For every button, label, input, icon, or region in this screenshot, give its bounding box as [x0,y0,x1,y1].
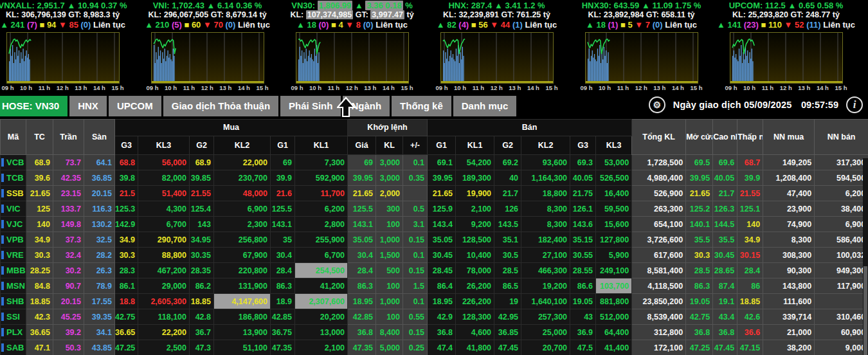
cell-open[interactable]: 140.1 [686,217,713,232]
cell-ask1-price[interactable]: 42.9 [428,309,456,325]
cell-foreign-sell[interactable]: 60,900 [815,325,868,340]
cell-bid1-vol[interactable]: 11,700 [295,186,348,201]
cell-ask1-price[interactable]: 30.45 [428,248,456,263]
cell-ask1-vol[interactable]: 4,600 [456,325,494,340]
gear-icon[interactable]: ⚙ [649,96,665,113]
index-panel-hnx30[interactable]: HNX30: 643.59 ▲ 11.09 1.75 %KL: 23,892,9… [569,0,714,92]
cell-open[interactable]: 35.5 [686,232,713,248]
cell-ask1-price[interactable]: 18.95 [428,294,456,309]
cell-ask2-vol[interactable]: 1,640,100 [521,294,570,309]
cell-ceiling[interactable]: 37.3 [53,232,84,248]
cell-open[interactable]: 69.5 [686,155,713,170]
cell-ask2-price[interactable]: 19 [494,294,521,309]
cell-ask1-vol[interactable]: 226,200 [456,294,494,309]
cell-open[interactable]: 30.3 [686,248,713,263]
cell-bid3-price[interactable]: 30.3 [115,248,138,263]
cell-floor[interactable]: 64.1 [84,155,115,170]
cell-bid1-price[interactable]: 21.6 [271,186,295,201]
cell-open[interactable]: 86.3 [686,278,713,294]
cell-ask2-price[interactable]: 126 [494,201,521,217]
cell-ask3-price[interactable]: 143.6 [570,217,596,232]
cell-ask3-vol[interactable]: 59,500 [596,201,632,217]
cell-ask2-vol[interactable]: 8,300 [521,201,570,217]
cell-bid1-price[interactable]: 18.9 [271,294,295,309]
tab-hnx[interactable]: HNX [69,96,107,116]
cell-ask3-vol[interactable]: 53,000 [596,155,632,170]
cell-match-price[interactable]: 86.3 [348,278,376,294]
cell-foreign-buy[interactable]: 21,000 [763,325,815,340]
cell-foreign-buy[interactable]: 143,800 [763,278,815,294]
cell-bid3-price[interactable]: 142.9 [115,217,138,232]
cell-ask2-vol[interactable]: 466,300 [521,263,570,278]
cell-bid1-price[interactable]: 69 [271,155,295,170]
col-header-low[interactable]: Thấp nhất [737,120,763,155]
cell-open[interactable]: 39.95 [686,170,713,186]
cell-foreign-sell[interactable]: 594,500 [815,170,868,186]
cell-ask1-vol[interactable]: 2,100 [456,201,494,217]
cell-bid1-price[interactable]: 42.85 [271,309,295,325]
cell-bid1-vol[interactable]: 592,900 [295,170,348,186]
cell-total-vol[interactable]: 172,100 [632,340,686,355]
cell-match-change[interactable]: 0.1 [403,294,428,309]
cell-low[interactable]: 140 [737,217,763,232]
cell-floor[interactable]: 43.85 [84,340,115,355]
cell-ask3-price[interactable]: 35.15 [570,232,596,248]
cell-foreign-buy[interactable]: 23,900 [763,201,815,217]
cell-bid2-vol[interactable]: 256,800 [214,232,271,248]
cell-bid3-vol[interactable]: 4,300 [138,201,190,217]
cell-ask2-vol[interactable]: 18,800 [521,186,570,201]
tab-hose-vn30[interactable]: HOSE: VN30 [0,96,68,116]
cell-ref-price[interactable]: 39.6 [26,170,53,186]
cell-match-vol[interactable]: 100 [376,309,403,325]
cell-high[interactable]: 36.8 [713,325,737,340]
cell-bid1-vol[interactable]: 41,200 [295,278,348,294]
cell-bid1-price[interactable]: 125.5 [271,201,295,217]
cell-match-vol[interactable]: 2,000 [376,186,403,201]
cell-ceiling[interactable]: 73.7 [53,155,84,170]
cell-floor[interactable]: 78.9 [84,278,115,294]
cell-code[interactable]: MBB [1,263,26,278]
cell-ceiling[interactable]: 39.2 [53,325,84,340]
col-header-code[interactable]: Mã [1,120,26,155]
cell-match-price[interactable]: 47.35 [348,340,376,355]
cell-match-vol[interactable]: 1,000 [376,232,403,248]
cell-ceiling[interactable]: 90.7 [53,278,84,294]
cell-match-price[interactable]: 39.95 [348,170,376,186]
index-panel-vni[interactable]: VNI: 1,702.43 ▲ 6.14 0.36 %KL: 296,067,5… [135,0,280,92]
col-header-bid-kl3[interactable]: KL3 [138,136,190,155]
cell-bid3-vol[interactable]: 29,000 [138,278,190,294]
cell-total-vol[interactable]: 1,728,500 [632,155,686,170]
cell-ask1-vol[interactable]: 78,000 [456,263,494,278]
cell-ask2-price[interactable]: 30.5 [494,248,521,263]
cell-ask3-vol[interactable]: 526,500 [596,170,632,186]
cell-ask3-vol[interactable]: 512,000 [596,309,632,325]
cell-foreign-sell[interactable]: 9,000 [815,340,868,355]
cell-match-change[interactable]: 0.15 [403,263,428,278]
cell-ask1-vol[interactable]: 128,500 [456,232,494,248]
cell-match-price[interactable]: 125.5 [348,201,376,217]
cell-bid1-vol[interactable]: 13,000 [295,325,348,340]
cell-bid1-price[interactable]: 86.3 [271,278,295,294]
cell-bid3-vol[interactable]: 6,700 [138,217,190,232]
cell-foreign-buy[interactable]: 111,600 [763,294,815,309]
cell-ask2-price[interactable]: 35.1 [494,232,521,248]
cell-bid3-vol[interactable]: 290,700 [138,232,190,248]
cell-open[interactable]: 21.65 [686,186,713,201]
cell-bid1-price[interactable]: 47.35 [271,340,295,355]
cell-ask1-vol[interactable]: 26,200 [456,278,494,294]
cell-low[interactable]: 21.55 [737,186,763,201]
cell-ask2-price[interactable]: 86.5 [494,278,521,294]
tab-giao-d-ch-th-a-thu-n[interactable]: Giao dịch Thỏa thuận [163,96,278,116]
cell-ask3-vol[interactable]: 16,400 [596,186,632,201]
cell-bid3-vol[interactable]: 82,000 [138,170,190,186]
cell-bid2-vol[interactable]: 22,000 [214,155,271,170]
tab-upcom[interactable]: UPCOM [109,96,161,116]
cell-ask3-vol[interactable]: 5,900 [596,248,632,263]
cell-ref-price[interactable]: 47.1 [26,340,53,355]
cell-bid3-price[interactable]: 86.1 [115,278,138,294]
cell-bid2-price[interactable]: 30.35 [190,248,214,263]
cell-foreign-sell[interactable]: 117,900 [815,278,868,294]
cell-bid1-price[interactable]: 39.9 [271,170,295,186]
col-header-bid-g1[interactable]: G1 [271,136,295,155]
cell-bid3-vol[interactable]: 467,200 [138,263,190,278]
